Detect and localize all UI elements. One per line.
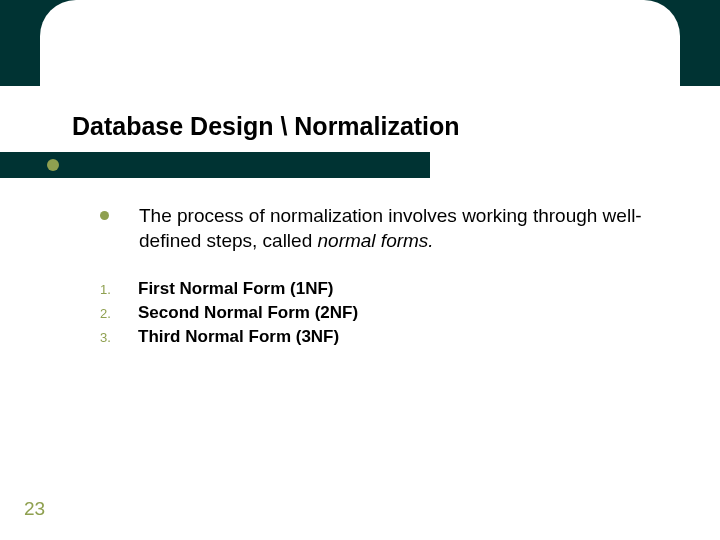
bullet-icon — [100, 211, 109, 220]
list-item-text: Third Normal Form (3NF) — [138, 327, 339, 347]
list-marker: 3. — [100, 330, 138, 345]
title-underline-bar — [0, 152, 430, 178]
numbered-list: 1. First Normal Form (1NF) 2. Second Nor… — [100, 279, 680, 347]
lead-bullet-row: The process of normalization involves wo… — [100, 204, 680, 253]
list-item: 2. Second Normal Form (2NF) — [100, 303, 680, 323]
slide-body: The process of normalization involves wo… — [100, 204, 680, 351]
list-marker: 2. — [100, 306, 138, 321]
list-item: 1. First Normal Form (1NF) — [100, 279, 680, 299]
list-item-text: First Normal Form (1NF) — [138, 279, 334, 299]
lead-text-italic: normal forms. — [318, 230, 434, 251]
slide-title: Database Design \ Normalization — [72, 112, 460, 141]
page-number: 23 — [24, 498, 45, 520]
lead-bullet-text: The process of normalization involves wo… — [139, 204, 680, 253]
list-item: 3. Third Normal Form (3NF) — [100, 327, 680, 347]
list-marker: 1. — [100, 282, 138, 297]
title-underline-dot-icon — [47, 159, 59, 171]
list-item-text: Second Normal Form (2NF) — [138, 303, 358, 323]
